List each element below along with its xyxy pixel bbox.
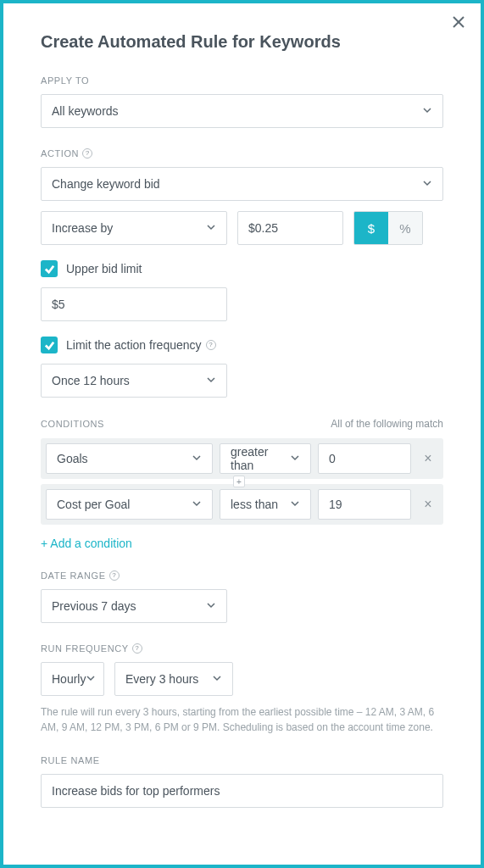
apply-to-value: All keywords xyxy=(52,104,119,118)
chevron-down-icon xyxy=(206,599,216,613)
upper-limit-label: Upper bid limit xyxy=(66,262,142,275)
action-select[interactable]: Change keyword bid xyxy=(41,167,443,201)
help-icon[interactable]: ? xyxy=(132,643,142,654)
help-icon[interactable]: ? xyxy=(206,340,216,350)
help-icon[interactable]: ? xyxy=(82,148,92,159)
condition-op-select[interactable]: less than xyxy=(220,489,311,520)
direction-select[interactable]: Increase by xyxy=(41,211,227,245)
unit-dollar[interactable]: $ xyxy=(354,212,388,244)
run-freq-interval-select[interactable]: Every 3 hours xyxy=(114,662,233,696)
condition-value-input[interactable]: 19 xyxy=(318,489,411,520)
chevron-down-icon xyxy=(206,374,216,387)
chevron-down-icon xyxy=(422,177,432,191)
chevron-down-icon xyxy=(290,498,300,511)
chevron-down-icon xyxy=(206,221,216,235)
chevron-down-icon xyxy=(422,104,432,118)
modal-title: Create Automated Rule for Keywords xyxy=(41,32,443,52)
help-icon[interactable]: ? xyxy=(109,570,120,581)
chevron-down-icon xyxy=(212,672,222,686)
action-label: ACTION ? xyxy=(41,148,443,159)
rule-name-input[interactable] xyxy=(41,774,443,808)
unit-toggle: $ % xyxy=(353,211,423,245)
apply-to-label: APPLY TO xyxy=(41,75,443,86)
modal-create-rule: Create Automated Rule for Keywords APPLY… xyxy=(0,0,484,868)
condition-metric-select[interactable]: Cost per Goal xyxy=(46,489,213,520)
limit-freq-label: Limit the action frequency ? xyxy=(66,338,216,352)
section-run-frequency: RUN FREQUENCY ? Hourly Every 3 hours The… xyxy=(41,643,443,735)
direction-value: Increase by xyxy=(52,221,113,235)
date-range-select[interactable]: Previous 7 days xyxy=(41,589,227,623)
remove-condition-icon[interactable]: × xyxy=(418,497,438,512)
run-freq-unit-select[interactable]: Hourly xyxy=(41,662,104,696)
limit-freq-checkbox[interactable] xyxy=(41,337,58,353)
apply-to-select[interactable]: All keywords xyxy=(41,94,443,128)
remove-condition-icon[interactable]: × xyxy=(418,451,438,466)
chevron-down-icon xyxy=(290,452,300,465)
limit-freq-checkbox-row: Limit the action frequency ? xyxy=(41,337,443,353)
date-range-label: DATE RANGE ? xyxy=(41,570,443,581)
condition-row: Goals greater than 0 × xyxy=(41,438,443,479)
section-action: ACTION ? Change keyword bid Increase by … xyxy=(41,148,443,398)
chevron-down-icon xyxy=(86,672,96,686)
section-conditions: CONDITIONS All of the following match Go… xyxy=(41,418,443,550)
limit-freq-select[interactable]: Once 12 hours xyxy=(41,364,227,398)
section-apply-to: APPLY TO All keywords xyxy=(41,75,443,128)
chevron-down-icon xyxy=(192,498,202,511)
condition-row: Cost per Goal less than 19 × xyxy=(41,484,443,525)
run-freq-note: The rule will run every 3 hours, startin… xyxy=(41,704,443,735)
run-freq-label: RUN FREQUENCY ? xyxy=(41,643,443,654)
section-rule-name: RULE NAME xyxy=(41,755,443,808)
upper-limit-checkbox-row: Upper bid limit xyxy=(41,260,443,277)
amount-input[interactable]: $0.25 xyxy=(237,211,343,245)
upper-limit-input[interactable]: $5 xyxy=(41,287,227,321)
conditions-match-note: All of the following match xyxy=(331,418,443,430)
condition-value-input[interactable]: 0 xyxy=(318,443,411,474)
close-icon[interactable] xyxy=(452,15,465,32)
add-condition-link[interactable]: + Add a condition xyxy=(41,537,443,550)
condition-metric-select[interactable]: Goals xyxy=(46,443,213,474)
section-date-range: DATE RANGE ? Previous 7 days xyxy=(41,570,443,623)
chevron-down-icon xyxy=(192,452,202,465)
action-value: Change keyword bid xyxy=(52,177,160,191)
conditions-label: CONDITIONS xyxy=(41,419,104,429)
upper-limit-checkbox[interactable] xyxy=(41,260,58,277)
insert-condition-icon[interactable]: + xyxy=(233,476,245,487)
rule-name-label: RULE NAME xyxy=(41,755,443,765)
condition-op-select[interactable]: greater than xyxy=(220,443,311,474)
unit-percent[interactable]: % xyxy=(388,212,422,244)
